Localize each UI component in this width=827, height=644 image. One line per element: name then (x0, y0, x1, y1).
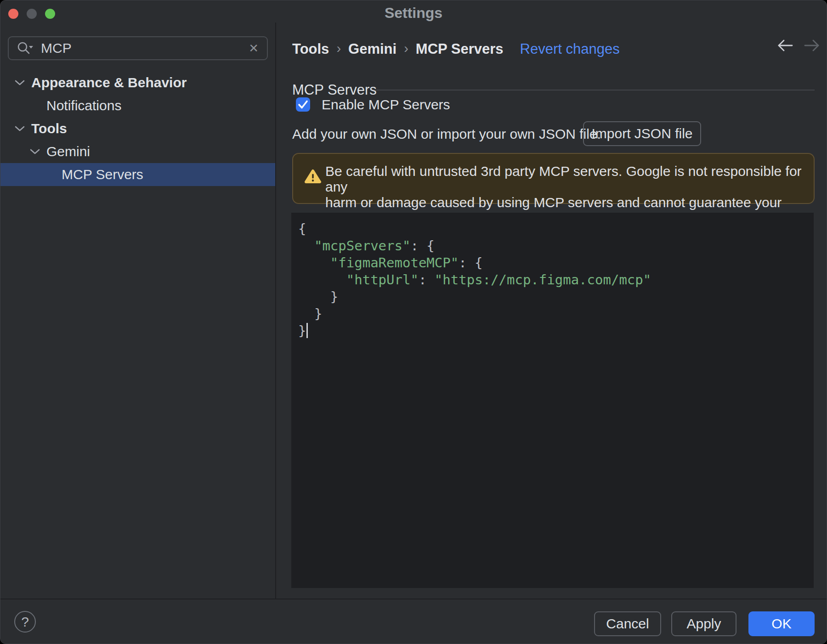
text-cursor (306, 323, 308, 338)
titlebar: Settings (0, 0, 827, 23)
apply-button[interactable]: Apply (671, 611, 736, 636)
help-label: ? (21, 614, 29, 630)
code-line: } (298, 288, 814, 305)
breadcrumb-separator: › (336, 41, 341, 57)
window-title: Settings (0, 5, 827, 22)
section-divider (375, 90, 815, 90)
code-line: { (298, 220, 814, 237)
settings-tree: Appearance & BehaviorNotificationsToolsG… (0, 71, 275, 186)
warning-banner: Be careful with untrusted 3rd party MCP … (292, 153, 815, 204)
sidebar-item-mcp-servers[interactable]: MCP Servers (0, 163, 275, 186)
import-json-button[interactable]: Import JSON file (583, 121, 701, 146)
sidebar-item-notifications[interactable]: Notifications (0, 94, 275, 117)
warning-text-line: Be careful with untrusted 3rd party MCP … (325, 164, 814, 195)
sidebar-item-label: Gemini (46, 144, 90, 159)
checkmark-icon (296, 97, 310, 112)
forward-arrow-icon[interactable] (804, 39, 820, 52)
settings-sidebar: MCP ✕ Appearance & BehaviorNotifications… (0, 23, 276, 599)
sidebar-item-label: MCP Servers (62, 167, 143, 182)
sidebar-item-label: Notifications (46, 98, 121, 113)
code-line: } (298, 322, 814, 339)
revert-changes-link[interactable]: Revert changes (520, 41, 620, 57)
chevron-down-icon[interactable] (29, 149, 40, 155)
code-line: } (298, 305, 814, 322)
breadcrumb: Tools›Gemini›MCP Servers Revert changes (292, 41, 620, 57)
chevron-down-icon[interactable] (14, 126, 25, 132)
json-editor[interactable]: { "mcpServers": { "figmaRemoteMCP": { "h… (291, 213, 814, 588)
import-hint: Add your own JSON or import your own JSO… (292, 126, 601, 142)
warning-triangle-icon (304, 169, 322, 184)
breadcrumb-item[interactable]: Gemini (348, 41, 397, 57)
search-icon (17, 41, 34, 55)
enable-mcp-checkbox[interactable] (296, 97, 310, 112)
sidebar-item-label: Appearance & Behavior (31, 75, 187, 90)
breadcrumb-separator: › (404, 41, 408, 57)
cancel-button[interactable]: Cancel (594, 611, 661, 636)
settings-window: Settings MCP ✕ Appearance & BehaviorNoti… (0, 0, 827, 644)
code-line: "mcpServers": { (298, 237, 814, 254)
sidebar-item-label: Tools (31, 121, 67, 136)
code-line: "httpUrl": "https://mcp.figma.com/mcp" (298, 271, 814, 288)
section-title: MCP Servers (292, 82, 377, 98)
ok-button[interactable]: OK (748, 611, 815, 636)
settings-search-field[interactable]: MCP ✕ (8, 36, 268, 60)
clear-search-icon[interactable]: ✕ (249, 42, 259, 54)
chevron-down-icon[interactable] (14, 80, 25, 86)
sidebar-item-gemini[interactable]: Gemini (0, 140, 275, 163)
help-button[interactable]: ? (14, 611, 36, 633)
dialog-footer: ? Cancel Apply OK (0, 599, 827, 644)
code-line: "figmaRemoteMCP": { (298, 254, 814, 271)
sidebar-item-appearance-behavior[interactable]: Appearance & Behavior (0, 71, 275, 94)
back-arrow-icon[interactable] (777, 39, 793, 52)
breadcrumb-items: Tools›Gemini›MCP Servers (292, 41, 504, 57)
enable-mcp-label: Enable MCP Servers (322, 97, 450, 112)
breadcrumb-item[interactable]: MCP Servers (416, 41, 504, 57)
breadcrumb-item[interactable]: Tools (292, 41, 329, 57)
search-input-value[interactable]: MCP (41, 40, 72, 56)
sidebar-item-tools[interactable]: Tools (0, 117, 275, 140)
settings-content: Tools›Gemini›MCP Servers Revert changes … (277, 23, 827, 599)
history-navigation (777, 39, 820, 52)
